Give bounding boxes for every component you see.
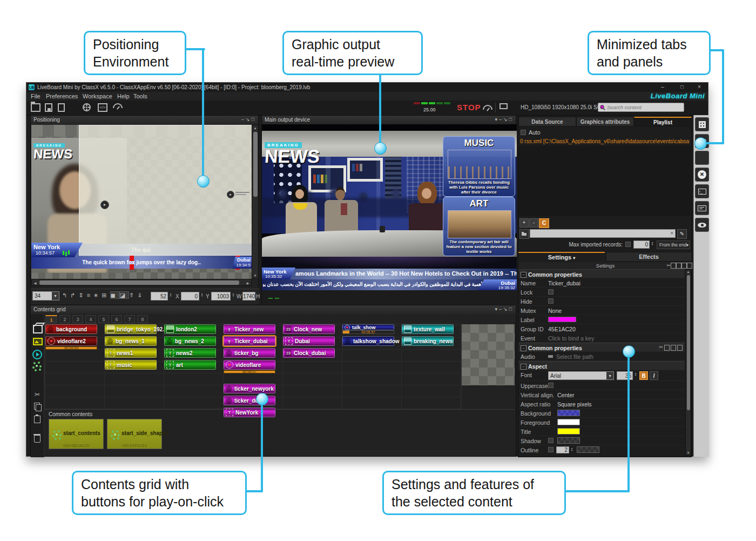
menu-file[interactable]: File <box>29 92 43 100</box>
shadow-color-swatch[interactable] <box>557 437 580 444</box>
event-bind-field[interactable]: Click to bind a key <box>548 335 594 342</box>
paste-icon[interactable] <box>34 416 40 423</box>
content-button[interactable]: talkshow_shadow <box>342 336 394 346</box>
copy-prop-icon[interactable] <box>671 263 676 269</box>
section-common-properties[interactable]: –Common properties <box>518 269 685 278</box>
minimized-tab-preview[interactable] <box>695 218 709 232</box>
panel-prop-icon[interactable] <box>687 263 692 269</box>
filter-input[interactable]: × <box>530 229 676 238</box>
section-common-properties-2[interactable]: –Common properties ✂ <box>518 343 685 352</box>
maximize-button[interactable]: □ <box>676 83 688 91</box>
script-editor-icon[interactable]: </> <box>98 103 107 112</box>
content-button[interactable]: 23Clock_dubai <box>283 348 335 358</box>
transform-tools-icons[interactable]: ↰↱⇕≡∗⊞◼◪⇑⇓ <box>62 292 146 299</box>
w-input[interactable]: 1740 <box>242 292 255 300</box>
content-button[interactable]: ticker_bg <box>224 348 275 358</box>
auto-checkbox[interactable] <box>521 130 526 135</box>
background-color-swatch[interactable] <box>557 410 580 416</box>
datasource-entry[interactable]: 0 rss.xml [C:\ClassX_Applications_v6\sha… <box>520 138 690 144</box>
minimized-tab-grid[interactable] <box>695 117 709 131</box>
title-color-swatch[interactable] <box>557 428 580 435</box>
content-button[interactable]: videoflare2 <box>45 336 97 346</box>
cut-icon[interactable]: ✂ <box>32 391 43 398</box>
outline-spinner[interactable]: ▴▾ <box>570 447 574 451</box>
lock-checkbox[interactable] <box>548 289 554 295</box>
content-button-selected[interactable]: ›|‹Ticker_dubai <box>224 336 275 346</box>
common-content-card[interactable]: start_side_shapes GID:D1FDCE1 <box>107 419 162 449</box>
paste-icon[interactable] <box>671 345 676 351</box>
contents-grid-controls[interactable]: ▾–↘□ <box>495 305 514 313</box>
grid-tab-1[interactable]: 1 <box>45 315 57 323</box>
x-input[interactable]: 0 <box>181 292 199 300</box>
props-scrollbar[interactable]: ▲ ▼ <box>685 269 691 456</box>
grid-tab-6[interactable]: 6 <box>111 315 122 323</box>
save-prop-icon[interactable] <box>681 263 687 269</box>
play-overlay-icon[interactable]: ▸ <box>100 201 109 209</box>
output-monitor-icon[interactable] <box>500 103 508 109</box>
ratio-value[interactable]: Square pixels <box>557 401 592 408</box>
mixer-gauge-icon[interactable] <box>483 105 492 110</box>
audio-path-field[interactable]: Select file path <box>556 353 593 360</box>
ticker-handle-left[interactable] <box>130 256 134 270</box>
minimized-tab-move[interactable]: ✕ <box>695 168 709 182</box>
tab-effects[interactable]: Effects <box>606 252 692 262</box>
tab-settings[interactable]: Settings ▾ <box>518 252 605 263</box>
italic-button[interactable]: I <box>650 371 658 380</box>
content-button[interactable]: london2 <box>164 324 216 334</box>
positioning-vscrollbar[interactable]: ▲ ▼ <box>252 125 259 279</box>
outline-checkbox[interactable] <box>548 447 554 452</box>
content-button[interactable]: texture_wall <box>402 324 454 334</box>
label-color-swatch[interactable] <box>548 317 576 322</box>
cut-prop-icon[interactable]: ✂ <box>666 262 671 269</box>
max-records-checkbox[interactable] <box>625 242 631 247</box>
content-button[interactable]: TDubai <box>283 336 335 346</box>
media-reel-icon[interactable] <box>83 103 91 111</box>
mutex-value[interactable]: None <box>548 308 562 314</box>
font-size-input[interactable]: 36 <box>617 371 633 380</box>
stop-button[interactable]: STOP <box>457 103 481 112</box>
save-icon[interactable] <box>677 345 683 351</box>
copy-icon[interactable] <box>34 403 40 410</box>
outline-width-input[interactable]: 2 <box>556 446 569 453</box>
performance-gauge-icon[interactable] <box>113 103 123 108</box>
max-records-spinner[interactable]: ▴▾ <box>650 241 654 245</box>
menu-preferences[interactable]: Preferences <box>44 92 80 100</box>
content-button[interactable]: Tnews2 <box>164 348 216 358</box>
refresh-button[interactable]: C <box>539 218 549 228</box>
positioning-canvas[interactable]: BREAKING NEWS The qui ▸ ▸ New York 10:34… <box>31 125 252 279</box>
size-input[interactable]: 52 <box>151 292 168 300</box>
size-spinner[interactable]: ▴▾ <box>168 292 173 297</box>
content-button[interactable]: talk_show <box>342 324 394 330</box>
cube-icon[interactable] <box>33 325 43 333</box>
browse-button[interactable] <box>519 229 529 239</box>
search-box[interactable] <box>598 103 684 112</box>
grid-tab-7[interactable]: 7 <box>124 315 135 323</box>
outline-color-swatch[interactable] <box>577 446 599 453</box>
tab-graphics-attributes[interactable]: Graphics attributes <box>576 117 634 126</box>
zoom-select[interactable]: 34▾ <box>32 291 59 300</box>
save-project-icon[interactable] <box>45 103 52 112</box>
minimized-tab-monitor[interactable] <box>695 201 709 215</box>
uppercase-checkbox[interactable] <box>548 383 554 388</box>
content-button[interactable]: bg_news_2 <box>164 336 216 346</box>
edit-button[interactable]: ✎ <box>677 229 687 239</box>
menu-tools[interactable]: Tools <box>131 92 150 100</box>
y-input[interactable]: 1003 <box>211 292 231 300</box>
x-spinner[interactable]: ▴▾ <box>200 292 204 297</box>
minimize-button[interactable]: – <box>656 83 669 91</box>
menu-workspace[interactable]: Workspace <box>80 92 114 100</box>
y-spinner[interactable]: ▴▾ <box>231 292 235 297</box>
contents-grid-header[interactable]: Contents grid ▾–↘□ <box>31 305 516 314</box>
cut-icon[interactable]: ✂ <box>659 344 663 350</box>
from-end-select[interactable]: From the end▾ <box>657 241 690 249</box>
content-button[interactable]: Tnews1 <box>105 348 157 358</box>
valign-value[interactable]: Center <box>557 392 575 398</box>
foreground-color-swatch[interactable] <box>557 419 580 425</box>
content-button[interactable]: bg_news_1 <box>105 336 157 346</box>
content-button[interactable]: breaking_news <box>402 336 454 346</box>
open-project-icon[interactable] <box>31 103 40 112</box>
output-panel-controls[interactable]: ▾–↘□ <box>495 116 514 124</box>
font-select[interactable]: Arial▾ <box>548 371 614 380</box>
max-records-input[interactable]: 0 <box>633 241 650 249</box>
content-button[interactable]: 23Clock_new <box>283 324 335 334</box>
